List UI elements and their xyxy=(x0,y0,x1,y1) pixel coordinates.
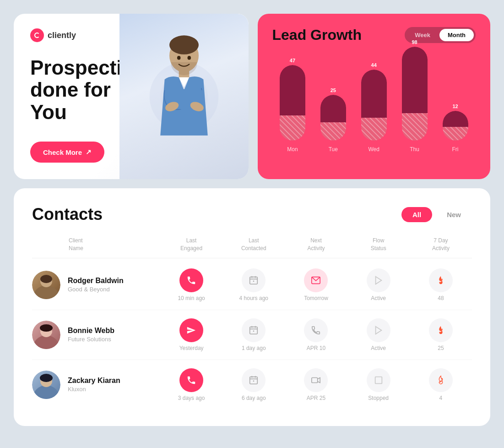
activity-score-label: 48 xyxy=(438,295,444,301)
fire-icon-circle xyxy=(429,268,453,292)
phone-outline-icon-circle xyxy=(304,318,328,342)
table-header: Client Name Last Engaged Last Contacted … xyxy=(32,237,472,258)
check-more-button[interactable]: Check More ↗ xyxy=(30,142,104,163)
flow-status-cell: Stopped xyxy=(347,368,410,401)
bar-wed: 44 Wed xyxy=(361,62,387,153)
play-icon-circle xyxy=(367,268,390,292)
calendar-icon-circle xyxy=(242,268,266,292)
svg-marker-18 xyxy=(375,276,381,284)
contact-info-bonnie: Bonnie Webb Future Solutions xyxy=(32,321,160,349)
flow-status-label: Stopped xyxy=(368,395,389,401)
th-last-contacted: Last Contacted xyxy=(222,237,285,252)
filter-all-button[interactable]: All xyxy=(401,207,432,222)
tab-month[interactable]: Month xyxy=(439,29,474,41)
svg-point-30 xyxy=(40,374,53,382)
svg-point-21 xyxy=(40,324,53,332)
avatar xyxy=(32,371,60,399)
lead-growth-card: Lead Growth Week Month 47 Mon xyxy=(258,14,491,179)
svg-rect-37 xyxy=(375,377,382,383)
avatar xyxy=(32,271,60,299)
th-next-activity: Next Activity xyxy=(285,237,347,252)
svg-point-11 xyxy=(40,275,52,283)
fire-icon-circle xyxy=(429,318,453,342)
logo-text: cliently xyxy=(48,31,76,40)
avatar xyxy=(32,321,60,349)
promo-card: cliently Prospecting done for You Check … xyxy=(14,14,249,179)
flow-status-label: Active xyxy=(371,295,386,301)
svg-point-7 xyxy=(177,56,181,60)
svg-point-26 xyxy=(253,330,255,332)
activity-score-cell: 48 xyxy=(410,268,472,301)
stop-icon-circle xyxy=(367,368,390,392)
next-activity-label: Tomorrow xyxy=(304,295,328,301)
next-activity-cell: APR 10 xyxy=(285,318,347,351)
contact-company: Good & Beyond xyxy=(68,286,124,293)
bar-thu: 98 Thu xyxy=(402,39,428,153)
svg-point-19 xyxy=(33,335,60,349)
last-contacted-cell: 4 hours ago xyxy=(222,268,285,301)
svg-point-8 xyxy=(187,56,191,60)
flow-status-label: Active xyxy=(371,345,386,351)
chart-bars-container: 47 Mon 25 Tue xyxy=(272,56,476,166)
logo-icon xyxy=(30,28,44,42)
bar-fri: 12 Fri xyxy=(443,104,468,153)
last-engaged-cell: 10 min ago xyxy=(160,268,222,301)
table-row: Zackary Kiaran Kluxon 3 days ago 6 day a… xyxy=(32,360,472,410)
contact-info-rodger: Rodger Baldwin Good & Beyond xyxy=(32,271,160,299)
activity-score-label: 25 xyxy=(438,345,444,351)
contact-name: Bonnie Webb xyxy=(68,327,114,335)
last-engaged-cell: Yesterday xyxy=(160,318,222,351)
last-contacted-label: 6 day ago xyxy=(242,395,266,401)
contacts-title: Contacts xyxy=(32,205,103,224)
th-flow-status: Flow Status xyxy=(347,237,410,252)
contact-company: Kluxon xyxy=(68,386,120,393)
email-icon-circle xyxy=(304,268,328,292)
next-activity-cell: Tomorrow xyxy=(285,268,347,301)
svg-point-28 xyxy=(33,385,60,399)
contact-info-zackary: Zackary Kiaran Kluxon xyxy=(32,371,160,399)
filter-tabs: All New xyxy=(401,207,472,222)
flow-status-cell: Active xyxy=(347,318,410,351)
calendar-icon-circle xyxy=(242,318,266,342)
last-contacted-label: 4 hours ago xyxy=(239,295,268,301)
activity-score-cell: 4 xyxy=(410,368,472,401)
chart-title: Lead Growth xyxy=(272,27,362,44)
last-engaged-label: 10 min ago xyxy=(178,295,205,301)
phone-icon-circle[interactable] xyxy=(179,368,203,392)
contact-name: Rodger Baldwin xyxy=(68,277,124,285)
table-row: Rodger Baldwin Good & Beyond 10 min ago … xyxy=(32,260,472,310)
svg-point-3 xyxy=(169,35,199,54)
th-last-engaged: Last Engaged xyxy=(160,237,222,252)
activity-score-label: 4 xyxy=(439,395,443,401)
email-send-icon-circle[interactable] xyxy=(179,318,203,342)
last-engaged-label: 3 days ago xyxy=(178,395,205,401)
filter-new-button[interactable]: New xyxy=(436,207,472,222)
th-client-name: Client Name xyxy=(32,237,160,252)
contacts-table: Client Name Last Engaged Last Contacted … xyxy=(32,237,472,410)
video-icon-circle xyxy=(304,368,328,392)
last-contacted-label: 1 day ago xyxy=(242,345,266,351)
next-activity-label: APR 10 xyxy=(307,345,325,351)
chart-header: Lead Growth Week Month xyxy=(272,27,476,44)
contacts-card: Contacts All New Client Name Last Engage… xyxy=(14,188,490,426)
calendar-icon-circle xyxy=(242,368,266,392)
th-7day-activity: 7 Day Activity xyxy=(410,237,472,252)
play-icon-circle xyxy=(367,318,390,342)
bar-tue: 25 Tue xyxy=(320,87,346,153)
svg-point-35 xyxy=(253,380,255,382)
svg-point-16 xyxy=(253,280,255,282)
promo-person-illustration xyxy=(119,14,249,179)
contacts-header: Contacts All New xyxy=(32,205,472,224)
fire-outline-icon-circle xyxy=(429,368,453,392)
last-engaged-cell: 3 days ago xyxy=(160,368,222,401)
table-row: Bonnie Webb Future Solutions Yesterday 1… xyxy=(32,310,472,360)
last-contacted-cell: 6 day ago xyxy=(222,368,285,401)
activity-score-cell: 25 xyxy=(410,318,472,351)
phone-icon-circle[interactable] xyxy=(179,268,203,292)
flow-status-cell: Active xyxy=(347,268,410,301)
last-contacted-cell: 1 day ago xyxy=(222,318,285,351)
last-engaged-label: Yesterday xyxy=(179,345,204,351)
svg-marker-27 xyxy=(375,326,381,334)
next-activity-cell: APR 25 xyxy=(285,368,347,401)
next-activity-label: APR 25 xyxy=(307,395,325,401)
